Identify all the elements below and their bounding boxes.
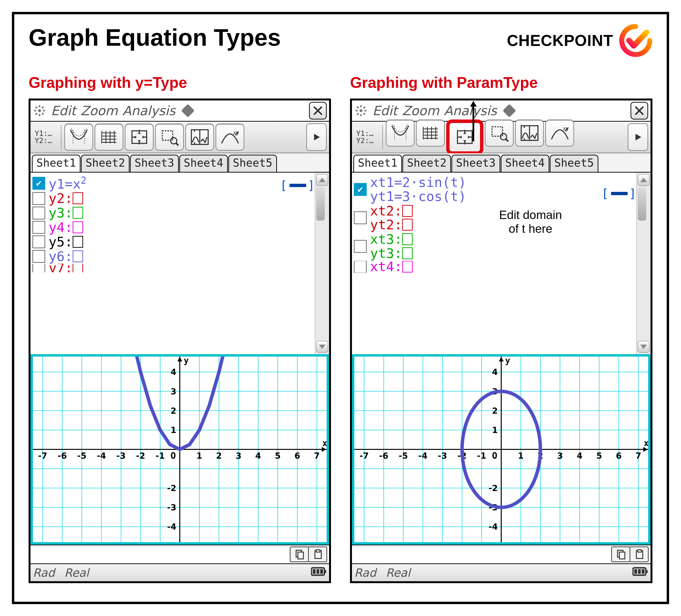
equation-row[interactable]: y6: [32,250,276,263]
tool-play-icon[interactable] [306,123,327,151]
gear-icon[interactable] [33,104,46,117]
scrollbar[interactable] [636,173,651,354]
tool-tracexy-icon[interactable]: xy [216,124,244,151]
checkbox-icon[interactable] [32,221,45,234]
svg-text:-7: -7 [359,451,369,461]
svg-rect-83 [317,569,319,574]
equation-row[interactable]: xt4: [354,261,597,273]
tab-sheet4[interactable]: Sheet4 [501,155,549,172]
svg-text:4: 4 [492,367,498,377]
annotation-text: Edit domain of t here [478,208,583,236]
diamond-icon[interactable] [181,104,195,118]
tab-sheet2[interactable]: Sheet2 [81,155,129,172]
tool-graph-icon[interactable] [386,120,414,147]
svg-line-22 [176,143,178,146]
checkbox-icon[interactable] [32,250,45,263]
menu-zoom[interactable]: Zoom [402,103,439,118]
svg-rect-164 [619,552,625,559]
svg-text:-3: -3 [167,503,176,512]
checkpoint-icon [619,24,652,57]
tab-sheet2[interactable]: Sheet2 [402,155,451,172]
scroll-thumb[interactable] [316,187,325,221]
svg-rect-84 [320,569,323,574]
svg-text:5: 5 [596,451,602,461]
paste-icon[interactable] [308,546,327,562]
status-angle: Rad [354,566,376,579]
menu-zoom[interactable]: Zoom [81,103,118,118]
svg-rect-168 [646,570,648,573]
tab-sheet5[interactable]: Sheet5 [550,155,598,172]
tool-zoombox-icon[interactable] [485,120,513,147]
svg-rect-81 [324,570,326,573]
equation-row[interactable]: y3: [32,206,276,220]
checkbox-icon[interactable] [32,264,45,272]
svg-line-8 [42,107,43,108]
equation-row[interactable]: xt1=2·sin(t) yt1=3·cos(t) [354,175,597,204]
svg-text:2: 2 [216,451,222,461]
equation-row[interactable]: y7: [32,264,276,272]
tool-splitgraph-icon[interactable] [185,124,214,151]
tab-sheet4[interactable]: Sheet4 [179,155,228,172]
line-style-legend[interactable]: [] [277,173,315,354]
checkbox-icon[interactable] [32,207,45,220]
svg-rect-170 [638,569,641,574]
svg-text:-5: -5 [77,451,86,461]
tool-play-icon[interactable] [628,123,648,151]
close-button[interactable] [631,102,648,120]
svg-text:-4: -4 [488,522,498,532]
menu-edit[interactable]: Edit [51,103,76,118]
tool-table-icon[interactable] [95,124,123,151]
paste-icon[interactable] [630,546,649,562]
tab-sheet5[interactable]: Sheet5 [228,155,277,172]
checkbox-icon[interactable] [32,235,45,248]
copy-icon[interactable] [290,546,309,562]
equation-row[interactable]: y1=x2 [32,175,276,191]
svg-text:y: y [505,357,510,365]
scroll-thumb[interactable] [638,187,646,221]
tool-splitgraph-icon[interactable] [515,120,544,147]
close-button[interactable] [309,102,327,120]
checkbox-icon[interactable] [354,211,367,224]
tool-table-icon[interactable] [416,120,445,147]
tab-sheet3[interactable]: Sheet3 [130,155,179,172]
plot-area[interactable]: -7-6-5-4-3-2-11234567-4-3-21234Oxy [352,354,651,545]
menu-edit[interactable]: Edit [372,103,397,118]
equation-row[interactable]: y5: [32,235,276,249]
svg-rect-171 [642,569,645,574]
tool-graph-icon[interactable] [64,124,93,151]
checkbox-icon[interactable] [354,261,367,273]
tab-sheet1[interactable]: Sheet1 [32,155,80,172]
tool-y12[interactable]: Y1:…Y2:… [354,125,383,149]
scroll-up-icon[interactable] [638,174,650,186]
copy-icon[interactable] [611,546,630,562]
menu-analysis[interactable]: Analysis [122,103,176,118]
scroll-up-icon[interactable] [316,174,328,186]
line-style-legend[interactable]: [] [598,173,636,354]
svg-text:3: 3 [557,451,563,461]
checkbox-icon[interactable] [32,192,45,205]
tool-zoombox-icon[interactable] [155,124,184,151]
gear-icon[interactable] [354,104,368,117]
svg-line-92 [363,113,365,114]
diamond-icon[interactable] [502,104,516,118]
checkbox-icon[interactable] [354,183,367,196]
page-title: Graph Equation Types [29,24,281,51]
equation-row[interactable]: y4: [32,221,276,234]
plot-area[interactable]: -7-6-5-4-3-2-11234567-4-3-21234Oxy [30,354,329,545]
tool-tracexy-icon[interactable]: xy [545,120,574,147]
tool-viewwindow-icon[interactable] [125,124,154,151]
equation-row[interactable]: y2: [32,191,276,205]
scroll-down-icon[interactable] [638,341,650,353]
svg-text:1: 1 [197,451,202,461]
svg-text:1: 1 [492,425,498,435]
checkbox-icon[interactable] [32,177,45,190]
scrollbar[interactable] [315,173,329,354]
tab-sheet3[interactable]: Sheet3 [451,155,500,172]
svg-text:-1: -1 [155,451,165,461]
tool-y12[interactable]: Y1:…Y2:… [33,125,61,149]
scroll-down-icon[interactable] [316,341,328,353]
tab-sheet1[interactable]: Sheet1 [353,155,402,172]
checkbox-icon[interactable] [354,240,367,253]
svg-text:-3: -3 [117,451,126,461]
equation-row[interactable]: xt3: yt3: [354,232,597,260]
